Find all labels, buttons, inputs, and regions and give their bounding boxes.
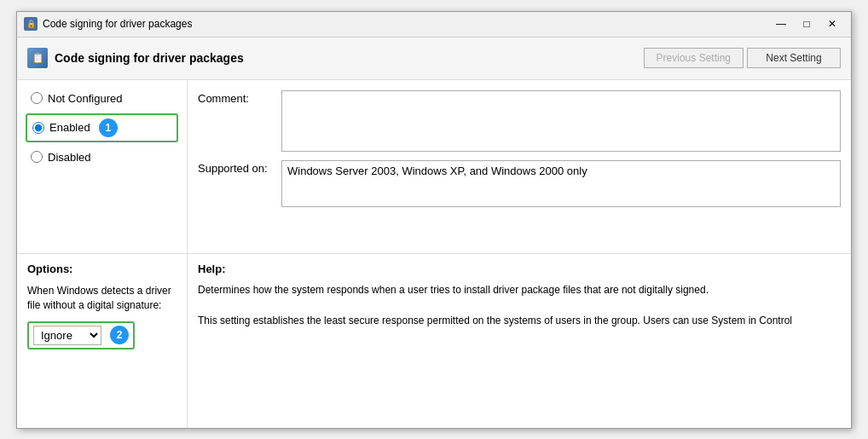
title-bar-left: 🔒 Code signing for driver packages bbox=[24, 17, 192, 31]
options-description: When Windows detects a driver file witho… bbox=[27, 284, 176, 313]
comment-field-content bbox=[281, 90, 841, 152]
maximize-button[interactable]: □ bbox=[795, 14, 819, 33]
enabled-radio[interactable] bbox=[32, 122, 44, 134]
help-panel: Help: Determines how the system responds… bbox=[188, 254, 851, 428]
dialog-title: Code signing for driver packages bbox=[55, 51, 244, 65]
options-title: Options: bbox=[27, 263, 176, 275]
comment-textarea[interactable] bbox=[281, 90, 841, 152]
enabled-option[interactable]: Enabled 1 bbox=[26, 113, 178, 142]
comment-row: Comment: bbox=[198, 90, 841, 152]
dialog-body: Not Configured Enabled 1 Disabled Commen… bbox=[17, 80, 851, 254]
enabled-label: Enabled bbox=[49, 121, 90, 134]
title-bar: 🔒 Code signing for driver packages — □ ✕ bbox=[17, 12, 851, 38]
supported-label: Supported on: bbox=[198, 160, 275, 175]
supported-field-content: Windows Server 2003, Windows XP, and Win… bbox=[281, 160, 841, 207]
help-content: Determines how the system responds when … bbox=[198, 282, 841, 419]
help-title: Help: bbox=[198, 263, 841, 275]
disabled-label: Disabled bbox=[48, 151, 91, 164]
enabled-badge: 1 bbox=[99, 118, 118, 137]
title-controls: — □ ✕ bbox=[769, 14, 844, 33]
comment-label: Comment: bbox=[198, 90, 275, 105]
dialog-header: 📋 Code signing for driver packages Previ… bbox=[17, 38, 851, 80]
supported-value: Windows Server 2003, Windows XP, and Win… bbox=[281, 160, 841, 207]
help-paragraph-2: This setting establishes the least secur… bbox=[198, 313, 837, 328]
previous-setting-button[interactable]: Previous Setting bbox=[644, 48, 744, 68]
next-setting-button[interactable]: Next Setting bbox=[747, 48, 841, 68]
header-icon: 📋 bbox=[27, 48, 48, 68]
not-configured-option[interactable]: Not Configured bbox=[31, 90, 173, 107]
dialog-header-left: 📋 Code signing for driver packages bbox=[27, 48, 244, 68]
header-buttons: Previous Setting Next Setting bbox=[644, 48, 841, 68]
dropdown-container: Ignore Warn Block 2 bbox=[27, 321, 135, 349]
close-button[interactable]: ✕ bbox=[820, 14, 844, 33]
right-panel: Comment: Supported on: Windows Server 20… bbox=[188, 80, 851, 254]
options-panel: Options: When Windows detects a driver f… bbox=[17, 254, 188, 428]
main-window: 🔒 Code signing for driver packages — □ ✕… bbox=[16, 11, 852, 429]
ignore-dropdown[interactable]: Ignore Warn Block bbox=[33, 326, 101, 345]
supported-row: Supported on: Windows Server 2003, Windo… bbox=[198, 160, 841, 207]
disabled-radio[interactable] bbox=[31, 151, 43, 163]
help-paragraph-1: Determines how the system responds when … bbox=[198, 282, 837, 297]
minimize-button[interactable]: — bbox=[769, 14, 793, 33]
not-configured-label: Not Configured bbox=[48, 92, 122, 105]
window-title: Code signing for driver packages bbox=[43, 18, 192, 30]
not-configured-radio[interactable] bbox=[31, 92, 43, 104]
left-panel: Not Configured Enabled 1 Disabled bbox=[17, 80, 188, 254]
disabled-option[interactable]: Disabled bbox=[31, 149, 173, 165]
bottom-section: Options: When Windows detects a driver f… bbox=[17, 253, 851, 428]
dropdown-badge: 2 bbox=[110, 326, 129, 344]
window-icon: 🔒 bbox=[24, 17, 38, 31]
